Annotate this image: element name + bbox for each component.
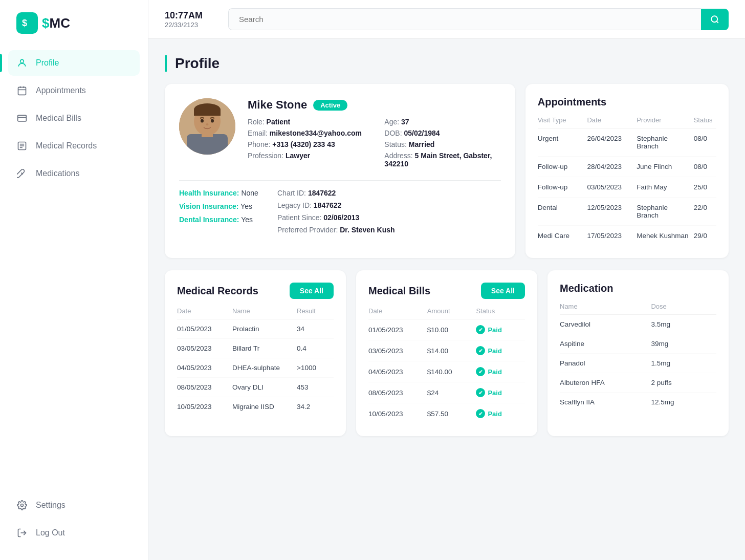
profile-info: Mike Stone Active Role: Patient Age: 37: [248, 98, 501, 168]
bottom-row: Medical Records See All Date Name Result…: [165, 270, 729, 436]
marital-field: Status: Married: [384, 140, 500, 148]
avatar: [179, 98, 235, 155]
medical-records-header: Medical Records See All: [177, 283, 334, 299]
mr-col-result: Result: [297, 307, 334, 315]
search-icon: [710, 15, 719, 24]
chart-id-field: Chart ID: 1847622: [277, 189, 501, 197]
profile-divider: [179, 180, 501, 181]
paid-status: Paid: [476, 346, 525, 355]
svg-point-1: [20, 59, 24, 63]
sidebar-item-profile[interactable]: Profile: [8, 50, 140, 76]
sidebar-item-logout[interactable]: Log Out: [8, 520, 140, 546]
sidebar-item-medical-bills[interactable]: Medical Bills: [8, 105, 140, 131]
svg-point-13: [21, 504, 24, 507]
medical-bills-see-all[interactable]: See All: [481, 283, 525, 299]
profile-icon: [16, 57, 28, 69]
list-item: Carvedilol3.5mg: [560, 315, 716, 334]
list-item: 10/05/2023Migraine IISD34.2: [177, 397, 334, 416]
medical-bills-header: Medical Bills See All: [368, 283, 525, 299]
sidebar-item-medications[interactable]: Medications: [8, 161, 140, 186]
mb-col-date: Date: [368, 307, 427, 315]
med-table-body: Carvedilol3.5mgAspitine39mgPanadol1.5mgA…: [560, 315, 716, 412]
chart-col: Chart ID: 1847622 Legacy ID: 1847622 Pat…: [277, 189, 501, 238]
logo-text: $MC: [42, 15, 70, 31]
header: 10:77AM 22/33/2123: [148, 0, 745, 39]
medical-bills-icon: [16, 113, 28, 124]
table-row: Medi Care17/05/2023Mehek Kushman29/0: [538, 226, 716, 246]
sidebar-item-appointments-label: Appointments: [36, 86, 86, 95]
medical-bills-title: Medical Bills: [368, 285, 430, 297]
table-row: Dental12/05/2023Stephanie Branch22/0: [538, 198, 716, 226]
medical-records-title: Medical Records: [177, 285, 258, 297]
col-status: Status: [694, 116, 716, 124]
vision-insurance: Vision Insurance: Yes: [179, 202, 261, 210]
mb-table-header: Date Amount Status: [368, 307, 525, 319]
svg-text:$: $: [22, 18, 27, 28]
list-item: 08/05/2023Ovary DLI453: [177, 378, 334, 397]
medical-records-icon: [16, 140, 28, 152]
dental-insurance: Dental Insurance: Yes: [179, 216, 261, 224]
logout-icon: [16, 527, 28, 539]
profile-bottom: Health Insurance: None Vision Insurance:…: [179, 189, 501, 238]
list-item: 08/05/2023$24Paid: [368, 382, 525, 403]
col-provider: Provider: [637, 116, 690, 124]
appointments-icon: [16, 85, 28, 96]
health-insurance: Health Insurance: None: [179, 189, 261, 197]
search-input[interactable]: [228, 8, 701, 30]
settings-label: Settings: [36, 501, 65, 510]
mr-table-header: Date Name Result: [177, 307, 334, 319]
appointments-table-body: Urgent26/04/2023Stephanie Branch08/0Foll…: [538, 128, 716, 246]
table-row: Follow-up03/05/2023Faith May25/0: [538, 177, 716, 198]
content-area: Profile: [148, 39, 745, 560]
list-item: Panadol1.5mg: [560, 354, 716, 373]
sidebar-item-profile-label: Profile: [36, 58, 59, 68]
appointments-title: Appointments: [538, 96, 716, 108]
sidebar-item-medical-records-label: Medical Records: [36, 141, 97, 150]
role-field: Role: Patient: [248, 118, 364, 126]
profile-card: Mike Stone Active Role: Patient Age: 37: [165, 84, 515, 258]
insurance-col: Health Insurance: None Vision Insurance:…: [179, 189, 261, 238]
svg-point-24: [211, 119, 214, 123]
search-button[interactable]: [701, 9, 729, 30]
preferred-provider-field: Preferred Provider: Dr. Steven Kush: [277, 226, 501, 234]
sidebar-item-medical-bills-label: Medical Bills: [36, 114, 81, 123]
profile-row: Mike Stone Active Role: Patient Age: 37: [165, 84, 729, 258]
settings-icon: [16, 500, 28, 511]
med-table-header: Name Dose: [560, 303, 716, 315]
table-row: Urgent26/04/2023Stephanie Branch08/0: [538, 128, 716, 157]
medical-records-card: Medical Records See All Date Name Result…: [165, 270, 346, 436]
patient-name: Mike Stone: [248, 98, 307, 112]
list-item: Aspitine39mg: [560, 334, 716, 354]
list-item: 10/05/2023$57.50Paid: [368, 403, 525, 424]
age-field: Age: 37: [384, 118, 500, 126]
sidebar-item-settings[interactable]: Settings: [8, 492, 140, 518]
med-col-name: Name: [560, 303, 651, 310]
svg-point-23: [201, 119, 204, 123]
patient-since-field: Patient Since: 02/06/2013: [277, 213, 501, 222]
sidebar-item-appointments[interactable]: Appointments: [8, 78, 140, 103]
paid-status: Paid: [476, 367, 525, 376]
paid-status: Paid: [476, 325, 525, 334]
page-title: Profile: [165, 55, 729, 72]
current-time: 10:77AM: [165, 10, 216, 21]
sidebar-item-medications-label: Medications: [36, 169, 79, 178]
medical-records-see-all[interactable]: See All: [290, 283, 334, 299]
sidebar-item-medical-records[interactable]: Medical Records: [8, 133, 140, 159]
medical-bills-card: Medical Bills See All Date Amount Status…: [356, 270, 537, 436]
appointments-card: Appointments Visit Type Date Provider St…: [525, 84, 729, 258]
list-item: 04/05/2023DHEA-sulphate>1000: [177, 358, 334, 378]
avatar-image: [179, 98, 235, 155]
nav-items: Profile Appointments Medical Bills: [0, 50, 148, 492]
med-col-dose: Dose: [651, 303, 716, 310]
medications-icon: [16, 168, 28, 179]
logo: $ $MC: [0, 12, 148, 50]
svg-point-25: [206, 123, 209, 125]
svg-line-16: [716, 21, 718, 23]
table-row: Follow-up28/04/2023June Flinch08/0: [538, 157, 716, 177]
list-item: 03/05/2023$14.00Paid: [368, 340, 525, 361]
mb-col-amount: Amount: [427, 307, 476, 315]
profile-name-row: Mike Stone Active: [248, 98, 501, 112]
list-item: 01/05/2023$10.00Paid: [368, 319, 525, 340]
phone-field: Phone: +313 (4320) 233 43: [248, 140, 364, 148]
profile-top: Mike Stone Active Role: Patient Age: 37: [179, 98, 501, 168]
